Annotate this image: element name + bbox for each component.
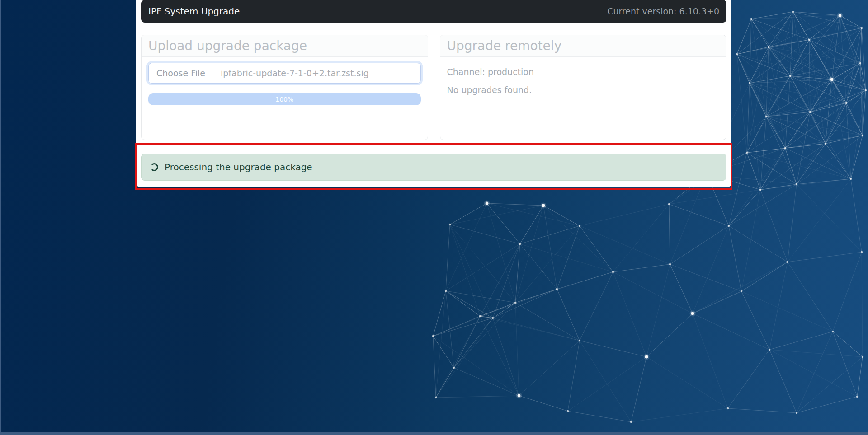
main-panel: IPF System Upgrade Current version: 6.10… [136, 0, 731, 187]
upload-card-title: Upload upgrade package [142, 35, 428, 57]
upgrade-file-input[interactable]: Choose File ipfabric-update-7-1-0+2.tar.… [148, 63, 421, 84]
spinner-icon [150, 163, 158, 171]
upload-card-body: Choose File ipfabric-update-7-1-0+2.tar.… [142, 57, 428, 111]
no-upgrades-message: No upgrades found. [447, 84, 720, 95]
panels-row: Upload upgrade package Choose File ipfab… [141, 35, 726, 140]
upload-progress: 100% [148, 93, 421, 105]
remote-card-body: Channel: production No upgrades found. [440, 57, 726, 105]
channel-label: Channel: production [447, 66, 720, 77]
upload-package-card: Upload upgrade package Choose File ipfab… [141, 35, 428, 140]
choose-file-button[interactable]: Choose File [149, 63, 213, 83]
page-edge-strip-left [0, 0, 1, 435]
app-header: IPF System Upgrade Current version: 6.10… [141, 0, 726, 23]
current-version-label: Current version: 6.10.3+0 [607, 6, 719, 16]
processing-alert-message: Processing the upgrade package [165, 162, 312, 173]
page-edge-strip-bottom [0, 432, 868, 435]
page-title: IPF System Upgrade [148, 6, 240, 17]
remote-card-title: Upgrade remotely [440, 35, 726, 57]
selected-filename: ipfabric-update-7-1-0+2.tar.zst.sig [213, 63, 376, 83]
upgrade-remotely-card: Upgrade remotely Channel: production No … [440, 35, 727, 140]
processing-alert: Processing the upgrade package [141, 154, 726, 181]
upload-progress-bar: 100% [148, 93, 421, 105]
alert-section: Processing the upgrade package [141, 154, 726, 181]
